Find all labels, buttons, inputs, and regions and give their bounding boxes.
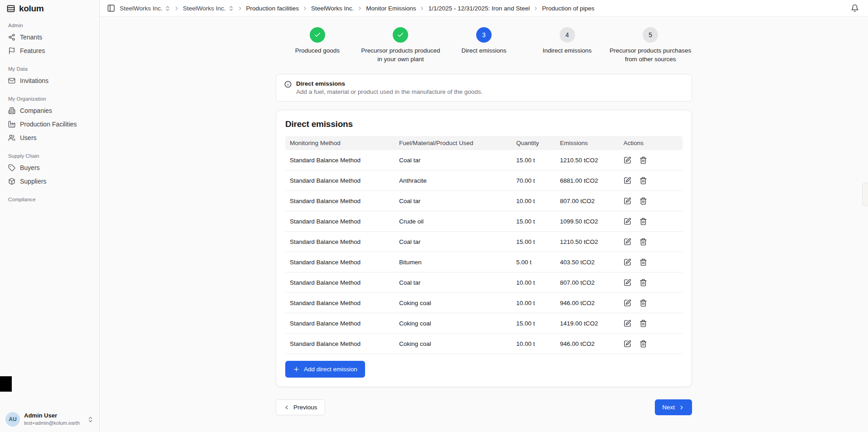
cell-emissions: 403.50 tCO2	[556, 252, 619, 272]
sidebar-item-tenants[interactable]: Tenants	[5, 30, 95, 44]
trash-icon	[639, 218, 647, 225]
sidebar-item-users[interactable]: Users	[5, 131, 95, 145]
nav-section-label-compliance: Compliance	[5, 194, 95, 204]
delete-row-button[interactable]	[639, 320, 647, 327]
cell-quantity: 10.00 t	[512, 272, 555, 293]
cell-quantity: 70.00 t	[512, 170, 555, 191]
nav-section-label-supply-chain: Supply Chain	[5, 150, 95, 161]
page-content: Produced goods Precursor products produc…	[100, 17, 868, 432]
sidebar-item-label: Users	[20, 134, 37, 141]
chevrons-up-down-icon	[87, 416, 94, 423]
app-root: kolum Admin Tenants Features My Data Inv…	[0, 0, 868, 432]
step-indirect-emissions[interactable]: 4 Indirect emissions	[526, 27, 609, 64]
cell-actions	[619, 334, 683, 354]
edit-row-button[interactable]	[624, 197, 631, 205]
sidebar-item-production-facilities[interactable]: Production Facilities	[5, 117, 95, 131]
column-header-monitoring-method: Monitoring Method	[285, 136, 395, 150]
sidebar-item-companies[interactable]: Companies	[5, 104, 95, 117]
wizard-stepper: Produced goods Precursor products produc…	[276, 27, 692, 64]
edit-row-button[interactable]	[624, 279, 631, 286]
mail-icon	[8, 77, 15, 84]
breadcrumb-monitor-emissions[interactable]: Monitor Emissions	[366, 5, 416, 12]
step-circle-completed	[310, 27, 325, 43]
column-header-quantity: Quantity	[512, 136, 555, 150]
edit-row-button[interactable]	[624, 238, 631, 246]
step-produced-goods[interactable]: Produced goods	[276, 27, 359, 64]
edit-row-button[interactable]	[624, 258, 631, 266]
nav-section-label-my-organization: My Organization	[5, 93, 95, 104]
delete-row-button[interactable]	[639, 156, 647, 164]
cell-quantity: 15.00 t	[512, 211, 555, 232]
sidebar-item-features[interactable]: Features	[5, 44, 95, 58]
sidebar-item-suppliers[interactable]: Suppliers	[5, 175, 95, 188]
delete-row-button[interactable]	[639, 258, 647, 266]
delete-row-button[interactable]	[639, 177, 647, 184]
edit-row-button[interactable]	[624, 177, 631, 184]
cell-fuel: Coking coal	[395, 293, 512, 313]
cell-actions	[619, 313, 683, 334]
cell-actions	[619, 150, 683, 170]
chevron-right-icon	[533, 5, 539, 11]
edit-row-button[interactable]	[624, 156, 631, 164]
edit-row-button[interactable]	[624, 340, 631, 348]
step-precursor-purchases[interactable]: 5 Precursor products purchases from othe…	[609, 27, 692, 64]
table-row: Standard Balance Method Coal tar 10.00 t…	[285, 191, 683, 211]
delete-row-button[interactable]	[639, 218, 647, 225]
edit-row-button[interactable]	[624, 218, 631, 225]
add-direct-emission-button[interactable]: Add direct emission	[285, 361, 365, 378]
cell-quantity: 10.00 t	[512, 334, 555, 354]
cell-emissions: 1419.00 tCO2	[556, 313, 619, 334]
step-circle-completed	[393, 27, 408, 43]
delete-row-button[interactable]	[639, 197, 647, 205]
delete-row-button[interactable]	[639, 299, 647, 307]
sidebar-nav: Admin Tenants Features My Data Invitatio…	[0, 17, 99, 407]
breadcrumb-separator	[237, 5, 243, 11]
breadcrumb-separator	[419, 5, 425, 11]
notifications-button[interactable]	[851, 4, 859, 12]
breadcrumb-tenant-switcher[interactable]: SteelWorks Inc.	[120, 5, 171, 12]
table-row: Standard Balance Method Coal tar 15.00 t…	[285, 150, 683, 170]
next-button[interactable]: Next	[655, 399, 692, 415]
user-name: Admin User	[24, 412, 83, 420]
sidebar: kolum Admin Tenants Features My Data Inv…	[0, 0, 100, 432]
breadcrumb-facility[interactable]: SteelWorks Inc.	[311, 5, 354, 12]
column-header-emissions: Emissions	[556, 136, 619, 150]
step-label: Precursor products produced in your own …	[359, 47, 443, 64]
info-banner-description: Add a fuel, material or product used in …	[296, 88, 483, 95]
breadcrumb-separator	[357, 5, 363, 11]
breadcrumb-label: Production of pipes	[542, 5, 595, 12]
step-direct-emissions[interactable]: 3 Direct emissions	[442, 27, 526, 64]
breadcrumb: SteelWorks Inc. SteelWorks Inc. Producti…	[120, 5, 595, 12]
step-circle-active: 3	[476, 27, 492, 43]
sidebar-toggle-button[interactable]	[107, 4, 115, 12]
cell-fuel: Coking coal	[395, 313, 512, 334]
cell-monitoring-method: Standard Balance Method	[285, 150, 395, 170]
plus-icon	[293, 366, 300, 373]
cell-actions	[619, 170, 683, 191]
step-precursor-own-plant[interactable]: Precursor products produced in your own …	[359, 27, 443, 64]
step-label: Precursor products purchases from other …	[609, 47, 692, 64]
cell-actions	[619, 272, 683, 293]
check-icon	[314, 31, 321, 39]
edit-row-button[interactable]	[624, 299, 631, 307]
breadcrumb-current-good[interactable]: Production of pipes	[542, 5, 595, 12]
user-menu-button[interactable]: AU Admin User test+admin@kolum.earth	[0, 407, 99, 432]
breadcrumb-label: SteelWorks Inc.	[183, 5, 225, 12]
cell-fuel: Coal tar	[395, 191, 512, 211]
sidebar-item-buyers[interactable]: Buyers	[5, 161, 95, 175]
bell-icon	[851, 4, 859, 12]
trash-icon	[639, 197, 647, 205]
edit-row-button[interactable]	[624, 320, 631, 327]
delete-row-button[interactable]	[639, 238, 647, 246]
delete-row-button[interactable]	[639, 279, 647, 286]
sidebar-item-invitations[interactable]: Invitations	[5, 74, 95, 87]
previous-button[interactable]: Previous	[276, 399, 325, 415]
cell-emissions: 1099.50 tCO2	[556, 211, 619, 232]
breadcrumb-company-switcher[interactable]: SteelWorks Inc.	[183, 5, 234, 12]
delete-row-button[interactable]	[639, 340, 647, 348]
breadcrumb-reporting-period[interactable]: 1/1/2025 - 12/31/2025: Iron and Steel	[428, 5, 530, 12]
breadcrumb-production-facilities[interactable]: Production facilities	[246, 5, 299, 12]
trash-icon	[639, 279, 647, 286]
scrollbar-thumb[interactable]	[862, 183, 868, 206]
cell-emissions: 946.00 tCO2	[556, 334, 619, 354]
